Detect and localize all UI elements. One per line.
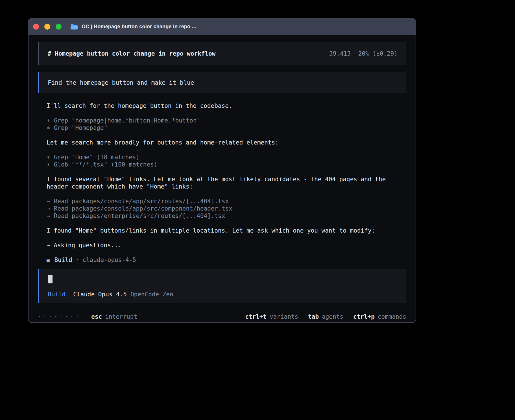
hint-label-variants: variants xyxy=(270,313,298,320)
tool-call-text: Grep "Homepage" xyxy=(54,124,108,131)
status-bar-right: ctrl+tvariants tabagents ctrl+pcommands xyxy=(245,313,406,320)
status-bar: ········ escinterrupt ctrl+tvariants tab… xyxy=(38,310,406,323)
hint-key-esc: esc xyxy=(91,313,102,320)
tool-asterisk-icon: ∗ xyxy=(47,117,50,124)
agent-build-icon: ▣ xyxy=(47,256,50,264)
user-message-text: Find the homepage button and make it blu… xyxy=(48,79,194,86)
hint-key-ctrl-t: ctrl+t xyxy=(245,313,267,320)
tool-call-group: →Read packages/console/app/src/routes/[.… xyxy=(47,198,398,220)
user-message: Find the homepage button and make it blu… xyxy=(38,72,406,93)
tool-call-grep: ∗Grep "Homepage" xyxy=(47,124,398,132)
tool-call-grep: ∗Grep "Home" (18 matches) xyxy=(47,154,398,161)
hint-label-agents: agents xyxy=(322,313,343,320)
session-stats: 39,413 20% ($0.29) xyxy=(329,50,398,57)
tool-call-read: →Read packages/console/app/src/component… xyxy=(47,205,398,212)
hint-key-tab: tab xyxy=(308,313,319,320)
terminal-window: OC | Homepage button color change in rep… xyxy=(28,18,416,323)
tool-asterisk-icon: ∗ xyxy=(47,124,50,131)
agent-status-line: ▣ Build · claude-opus-4-5 xyxy=(47,256,398,264)
tool-call-grep: ∗Grep "homepage|home.*button|Home.*butto… xyxy=(47,117,398,124)
window-title-group: OC | Homepage button color change in rep… xyxy=(70,24,196,30)
close-button[interactable] xyxy=(33,24,39,30)
assistant-text: I found "Home" buttons/links in multiple… xyxy=(47,227,398,234)
hint-agents: tabagents xyxy=(308,313,343,320)
assistant-text: I'll search for the homepage button in t… xyxy=(47,102,398,110)
window-title: OC | Homepage button color change in rep… xyxy=(82,24,196,30)
hint-label-interrupt: interrupt xyxy=(105,313,137,320)
tool-call-read: →Read packages/enterprise/src/routes/[..… xyxy=(47,212,398,220)
dot-separator: · xyxy=(76,256,79,264)
tool-call-group: ∗Grep "homepage|home.*button|Home.*butto… xyxy=(47,117,398,132)
tool-call-text: Grep "homepage|home.*button|Home.*button… xyxy=(54,117,200,124)
agent-name: Build xyxy=(54,256,72,264)
desktop-background: { "window": { "title": "OC | Homepage bu… xyxy=(0,0,515,420)
tool-call-text: Read packages/console/app/src/component/… xyxy=(54,205,232,212)
folder-icon xyxy=(70,24,78,30)
tool-call-text: Read packages/enterprise/src/routes/[...… xyxy=(54,213,225,219)
hint-commands: ctrl+pcommands xyxy=(353,313,406,320)
tool-call-text: Glob "**/*.tsx" (100 matches) xyxy=(54,161,158,168)
input-status-row: Build Claude Opus 4.5 OpenCode Zen xyxy=(48,291,398,298)
conversation: I'll search for the homepage button in t… xyxy=(38,102,406,264)
agent-mode-label[interactable]: Build xyxy=(48,291,66,298)
context-usage: 20% ($0.29) xyxy=(358,50,398,57)
tool-call-glob: ∗Glob "**/*.tsx" (100 matches) xyxy=(47,161,398,168)
assistant-text: I found several "Home" links. Let me loo… xyxy=(47,176,398,190)
token-count: 39,413 xyxy=(329,50,351,57)
tool-asterisk-icon: ∗ xyxy=(47,154,50,161)
model-label[interactable]: Claude Opus 4.5 xyxy=(73,291,127,298)
minimize-button[interactable] xyxy=(44,24,50,30)
agent-model: claude-opus-4-5 xyxy=(82,256,136,264)
tool-call-read: →Read packages/console/app/src/routes/[.… xyxy=(47,198,398,205)
tool-call-text: Read packages/console/app/src/routes/[..… xyxy=(54,198,229,205)
session-title: # Homepage button color change in repo w… xyxy=(48,50,215,57)
zoom-button[interactable] xyxy=(56,24,62,30)
arrow-right-icon: → xyxy=(47,213,50,219)
traffic-lights xyxy=(33,24,62,30)
hint-key-ctrl-p: ctrl+p xyxy=(353,313,375,320)
prompt-input[interactable]: Build Claude Opus 4.5 OpenCode Zen xyxy=(38,269,406,303)
terminal-content: # Homepage button color change in repo w… xyxy=(29,35,416,323)
arrow-right-icon: → xyxy=(47,198,50,205)
tool-asterisk-icon: ∗ xyxy=(47,161,50,168)
hint-variants: ctrl+tvariants xyxy=(245,313,298,320)
status-bar-left: ········ escinterrupt xyxy=(38,313,137,320)
text-cursor xyxy=(48,275,53,283)
hint-label-commands: commands xyxy=(378,313,406,320)
tool-call-text: Grep "Home" (18 matches) xyxy=(54,154,139,161)
provider-label: OpenCode Zen xyxy=(130,291,173,298)
progress-dots: ········ xyxy=(38,313,81,320)
assistant-text: Let me search more broadly for buttons a… xyxy=(47,139,398,146)
session-header: # Homepage button color change in repo w… xyxy=(38,42,406,65)
title-bar[interactable]: OC | Homepage button color change in rep… xyxy=(29,19,416,35)
arrow-right-icon: → xyxy=(47,205,50,212)
asking-questions-status: ~ Asking questions... xyxy=(47,242,398,249)
hint-interrupt: escinterrupt xyxy=(91,313,137,320)
tool-call-group: ∗Grep "Home" (18 matches) ∗Glob "**/*.ts… xyxy=(47,154,398,168)
